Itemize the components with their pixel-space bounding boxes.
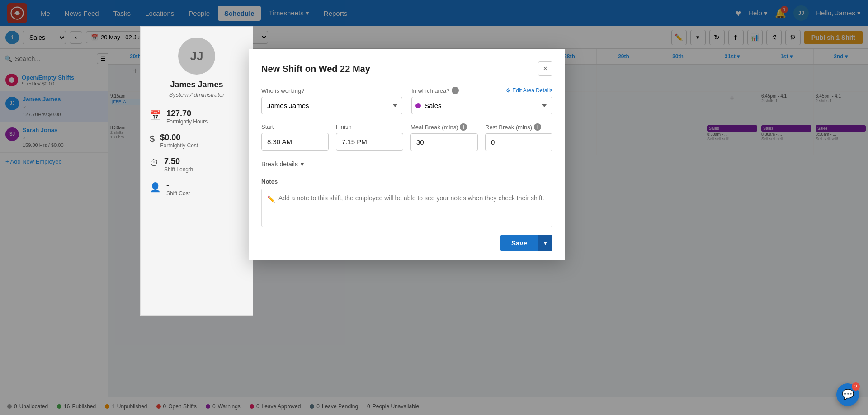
area-info-icon[interactable]: i (452, 87, 459, 94)
chat-badge: 2 (852, 382, 860, 391)
meal-break-field: Meal Break (mins) i (410, 123, 478, 151)
panel-length-value: 7.50 (164, 157, 193, 166)
notes-textarea-wrapper: ✏️ (261, 189, 552, 227)
panel-name: James James (170, 80, 223, 90)
break-details-toggle[interactable]: Break details ▾ (261, 160, 304, 169)
meal-break-label: Meal Break (mins) i (410, 123, 478, 131)
area-select[interactable]: Sales (421, 97, 548, 114)
new-shift-modal: New Shift on Wed 22 May × Who is working… (249, 49, 565, 260)
modal-title: New Shift on Wed 22 May (261, 64, 370, 74)
dollar-stat-icon: $ (150, 134, 155, 144)
finish-label: Finish (336, 123, 403, 130)
area-label-row: In which area? i ⚙ Edit Area Details (411, 87, 552, 94)
finish-input[interactable] (336, 133, 403, 151)
pencil-icon: ✏️ (267, 195, 275, 203)
break-details-label: Break details (261, 160, 298, 168)
start-label: Start (261, 123, 329, 130)
chat-icon: 💬 (842, 389, 854, 401)
rest-info-icon[interactable]: i (534, 123, 541, 131)
modal-time-row: Start Finish Meal Break (mins) i Rest Br… (261, 123, 552, 151)
panel-stat-hours: 📅 127.70 Fortnightly Hours (150, 109, 244, 125)
person-stat-icon: 👤 (150, 182, 161, 193)
rest-break-label: Rest Break (mins) i (485, 123, 552, 131)
notes-section: Notes ✏️ (261, 178, 552, 227)
area-color-dot (415, 103, 421, 108)
modal-close-button[interactable]: × (538, 61, 552, 76)
modal-who-area-row: Who is working? James James In which are… (261, 87, 552, 114)
panel-hours-value: 127.70 (166, 109, 208, 118)
area-label: In which area? i (411, 87, 459, 94)
who-field: Who is working? James James (261, 87, 402, 114)
start-input[interactable] (261, 133, 329, 151)
rest-break-input[interactable] (485, 133, 552, 151)
edit-area-text: Edit Area Details (512, 87, 552, 94)
save-button[interactable]: Save (500, 235, 538, 251)
panel-length-label: Shift Length (164, 166, 193, 173)
modal-footer: Save ▾ (261, 235, 552, 251)
area-select-wrapper: Sales (411, 97, 552, 114)
save-btn-group: Save ▾ (500, 235, 552, 251)
save-dropdown-button[interactable]: ▾ (538, 235, 552, 251)
break-details-section: Break details ▾ (261, 160, 552, 169)
finish-field: Finish (336, 123, 403, 151)
side-panel: JJ James James System Administrator 📅 12… (140, 26, 253, 316)
modal-header: New Shift on Wed 22 May × (261, 61, 552, 76)
panel-stat-shift-cost: 👤 - Shift Cost (150, 181, 244, 197)
gear-icon: ⚙ (506, 87, 511, 94)
meal-info-icon[interactable]: i (460, 123, 467, 131)
panel-role: System Administrator (169, 91, 224, 98)
panel-cost-label: Fortnightly Cost (160, 142, 198, 149)
meal-break-input[interactable] (410, 133, 478, 151)
panel-avatar: JJ (178, 38, 215, 75)
panel-cost-value: $0.00 (160, 133, 198, 142)
meal-break-label-text: Meal Break (mins) (410, 124, 458, 131)
panel-shift-cost-label: Shift Cost (166, 190, 190, 197)
notes-textarea[interactable] (278, 194, 547, 222)
panel-stat-cost: $ $0.00 Fortnightly Cost (150, 133, 244, 149)
who-select[interactable]: James James (261, 97, 402, 114)
area-label-text: In which area? (411, 87, 450, 94)
panel-stat-length: ⏱ 7.50 Shift Length (150, 157, 244, 173)
area-field: In which area? i ⚙ Edit Area Details Sal… (411, 87, 552, 114)
notes-label: Notes (261, 178, 552, 185)
rest-break-field: Rest Break (mins) i (485, 123, 552, 151)
calendar-stat-icon: 📅 (150, 110, 161, 121)
who-label: Who is working? (261, 87, 402, 94)
panel-hours-label: Fortnightly Hours (166, 118, 208, 125)
start-field: Start (261, 123, 329, 151)
break-details-chevron-icon: ▾ (301, 160, 304, 168)
rest-break-label-text: Rest Break (mins) (485, 124, 532, 131)
chat-bubble[interactable]: 💬 2 (836, 383, 859, 406)
panel-shift-cost-value: - (166, 181, 190, 190)
clock-stat-icon: ⏱ (150, 158, 159, 168)
edit-area-link[interactable]: ⚙ Edit Area Details (506, 87, 552, 94)
